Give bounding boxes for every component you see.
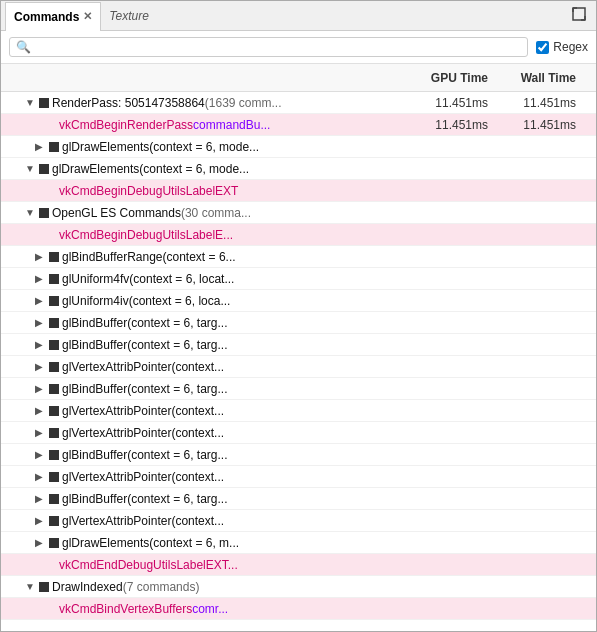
search-input[interactable] xyxy=(35,40,521,54)
row-text: vkCmdBindVertexBuffers xyxy=(59,602,192,616)
table-row[interactable]: glBindBufferRange(context = 6... xyxy=(1,246,596,268)
command-list: RenderPass: 505147358864 (1639 comm...11… xyxy=(1,92,596,622)
row-icon xyxy=(49,142,59,152)
table-row[interactable]: DrawIndexed (7 commands) xyxy=(1,576,596,598)
row-text: glBindBuffer(context = 6, targ... xyxy=(62,492,228,506)
row-text: DrawIndexed xyxy=(52,580,123,594)
regex-toggle[interactable]: Regex xyxy=(536,40,588,54)
table-row[interactable]: glDrawElements(context = 6, m... xyxy=(1,532,596,554)
row-icon xyxy=(49,274,59,284)
row-text: glDrawElements(context = 6, m... xyxy=(62,536,239,550)
row-icon xyxy=(39,208,49,218)
row-icon xyxy=(49,384,59,394)
row-icon xyxy=(39,582,49,592)
row-text: vkCmdBeginDebugUtilsLabelE... xyxy=(59,228,233,242)
row-text: glUniform4fv(context = 6, locat... xyxy=(62,272,234,286)
col-header-gpu: GPU Time xyxy=(396,71,496,85)
row-text: commandBu... xyxy=(193,118,270,132)
table-row[interactable]: glBindBuffer(context = 6, targ... xyxy=(1,378,596,400)
tab-commands[interactable]: Commands ✕ xyxy=(5,2,101,31)
row-text: glBindBuffer(context = 6, targ... xyxy=(62,382,228,396)
row-text: glVertexAttribPointer(context... xyxy=(62,426,224,440)
expand-arrow[interactable] xyxy=(35,449,49,460)
expand-arrow[interactable] xyxy=(25,207,39,218)
expand-arrow[interactable] xyxy=(35,383,49,394)
row-text: glBindBufferRange(context = 6... xyxy=(62,250,236,264)
search-icon: 🔍 xyxy=(16,40,31,54)
row-text: glBindBuffer(context = 6, targ... xyxy=(62,338,228,352)
row-text: glUniform4iv(context = 6, loca... xyxy=(62,294,230,308)
table-row[interactable]: RenderPass: 505147358864 (1639 comm...11… xyxy=(1,92,596,114)
table-row[interactable]: glUniform4fv(context = 6, locat... xyxy=(1,268,596,290)
row-text: comr... xyxy=(192,602,228,616)
app-window: Commands ✕ Texture 🔍 Regex G xyxy=(0,0,597,632)
table-row[interactable]: vkCmdBeginDebugUtilsLabelE... xyxy=(1,224,596,246)
row-text: glDrawElements(context = 6, mode... xyxy=(62,140,259,154)
row-icon xyxy=(49,428,59,438)
expand-arrow[interactable] xyxy=(35,471,49,482)
maximize-button[interactable] xyxy=(566,5,592,26)
row-text: glBindBuffer(context = 6, targ... xyxy=(62,448,228,462)
expand-arrow[interactable] xyxy=(35,273,49,284)
expand-arrow[interactable] xyxy=(35,405,49,416)
expand-arrow[interactable] xyxy=(35,537,49,548)
tab-bar: Commands ✕ Texture xyxy=(1,1,596,31)
expand-arrow[interactable] xyxy=(35,515,49,526)
row-icon xyxy=(39,98,49,108)
tab-commands-close[interactable]: ✕ xyxy=(83,10,92,23)
row-icon xyxy=(49,296,59,306)
expand-arrow[interactable] xyxy=(25,163,39,174)
row-icon xyxy=(49,340,59,350)
row-text: glDrawElements(context = 6, mode... xyxy=(52,162,249,176)
table-row[interactable]: glBindBuffer(context = 6, targ... xyxy=(1,444,596,466)
expand-arrow[interactable] xyxy=(35,427,49,438)
table-row[interactable]: glBindBuffer(context = 6, targ... xyxy=(1,334,596,356)
row-wall-time: 11.451ms xyxy=(496,118,596,132)
col-header-wall: Wall Time xyxy=(496,71,596,85)
expand-arrow[interactable] xyxy=(35,361,49,372)
table-row[interactable]: vkCmdBindVertexBuffers comr... xyxy=(1,598,596,620)
table-row[interactable]: glVertexAttribPointer(context... xyxy=(1,466,596,488)
row-icon xyxy=(49,450,59,460)
table-row[interactable]: glUniform4iv(context = 6, loca... xyxy=(1,290,596,312)
search-input-wrap: 🔍 xyxy=(9,37,528,57)
svg-rect-0 xyxy=(573,8,585,20)
tab-commands-label: Commands xyxy=(14,10,79,24)
table-row[interactable]: glDrawElements(context = 6, mode... xyxy=(1,136,596,158)
search-bar: 🔍 Regex xyxy=(1,31,596,64)
expand-arrow[interactable] xyxy=(35,317,49,328)
expand-arrow[interactable] xyxy=(35,339,49,350)
row-text: glVertexAttribPointer(context... xyxy=(62,470,224,484)
row-text: glVertexAttribPointer(context... xyxy=(62,514,224,528)
table-row[interactable]: glDrawElements(context = 6, mode... xyxy=(1,158,596,180)
expand-arrow[interactable] xyxy=(35,493,49,504)
expand-arrow[interactable] xyxy=(35,295,49,306)
row-text: vkCmdBeginRenderPass xyxy=(59,118,193,132)
table-row[interactable]: vkCmdEndDebugUtilsLabelEXT... xyxy=(1,554,596,576)
table-row[interactable]: glVertexAttribPointer(context... xyxy=(1,356,596,378)
table-row[interactable]: vkCmdBeginRenderPass commandBu...11.451m… xyxy=(1,114,596,136)
row-text: (7 commands) xyxy=(123,580,200,594)
row-text: glBindBuffer(context = 6, targ... xyxy=(62,316,228,330)
row-icon xyxy=(39,164,49,174)
row-gpu-time: 11.451ms xyxy=(396,96,496,110)
table-row[interactable]: glVertexAttribPointer(context... xyxy=(1,400,596,422)
expand-arrow[interactable] xyxy=(25,581,39,592)
row-text: (30 comma... xyxy=(181,206,251,220)
table-row[interactable]: glVertexAttribPointer(context... xyxy=(1,510,596,532)
table-row[interactable]: glBindBuffer(context = 6, targ... xyxy=(1,488,596,510)
tab-texture[interactable]: Texture xyxy=(101,1,157,30)
table-row[interactable]: vkCmdBeginDebugUtilsLabelEXT xyxy=(1,180,596,202)
regex-checkbox[interactable] xyxy=(536,41,549,54)
row-icon xyxy=(49,362,59,372)
expand-arrow[interactable] xyxy=(25,97,39,108)
table-row[interactable]: glVertexAttribPointer(context... xyxy=(1,422,596,444)
table-row[interactable]: glBindBuffer(context = 6, targ... xyxy=(1,312,596,334)
table-row[interactable]: OpenGL ES Commands (30 comma... xyxy=(1,202,596,224)
row-text: vkCmdBeginDebugUtilsLabelEXT xyxy=(59,184,238,198)
row-text: (1639 comm... xyxy=(205,96,282,110)
tab-texture-label: Texture xyxy=(109,9,149,23)
expand-arrow[interactable] xyxy=(35,251,49,262)
expand-arrow[interactable] xyxy=(35,141,49,152)
row-wall-time: 11.451ms xyxy=(496,96,596,110)
